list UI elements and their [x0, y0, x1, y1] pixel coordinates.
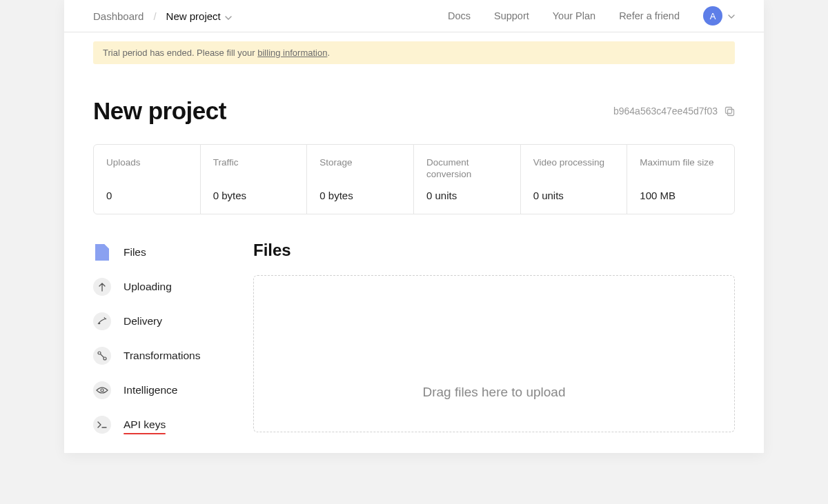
file-dropzone[interactable]: Drag files here to upload: [253, 275, 735, 432]
sidebar-item-files[interactable]: Files: [93, 243, 231, 261]
stat-video-processing: Video processing 0 units: [521, 145, 628, 214]
page-title: New project: [93, 97, 226, 125]
sidebar-item-api-keys[interactable]: API keys: [93, 416, 231, 434]
sidebar-item-uploading[interactable]: Uploading: [93, 278, 231, 296]
section-title: Files: [253, 241, 735, 260]
stat-value: 0: [106, 190, 189, 201]
sidebar-item-label: Intelligence: [124, 384, 177, 396]
svg-point-3: [98, 352, 101, 354]
stat-label: Storage: [319, 157, 402, 181]
stat-value: 100 MB: [640, 190, 723, 201]
stat-uploads: Uploads 0: [94, 145, 201, 214]
project-id: b964a563c47ee45d7f03: [613, 105, 735, 117]
stat-document-conversion: Document conversion 0 units: [414, 145, 521, 214]
breadcrumb-project-selector[interactable]: New project: [166, 10, 232, 22]
avatar: A: [703, 6, 722, 26]
trial-ended-notice: Trial period has ended. Please fill your…: [93, 41, 735, 64]
transformations-icon: [93, 347, 111, 365]
user-menu[interactable]: A: [703, 6, 735, 26]
stats-grid: Uploads 0 Traffic 0 bytes Storage 0 byte…: [93, 144, 735, 214]
breadcrumb-dashboard[interactable]: Dashboard: [93, 10, 144, 22]
title-row: New project b964a563c47ee45d7f03: [93, 97, 735, 125]
sidebar-item-intelligence[interactable]: Intelligence: [93, 381, 231, 399]
project-id-value: b964a563c47ee45d7f03: [613, 105, 718, 117]
sidebar-item-label: API keys: [124, 419, 166, 431]
stat-max-file-size: Maximum file size 100 MB: [627, 145, 734, 214]
copy-icon[interactable]: [724, 106, 735, 117]
nav-your-plan[interactable]: Your Plan: [553, 10, 595, 21]
stat-value: 0 units: [426, 190, 509, 201]
stat-label: Document conversion: [426, 157, 509, 181]
main-panel: Files Drag files here to upload: [253, 241, 735, 434]
stat-value: 0 bytes: [213, 190, 296, 201]
dropzone-text: Drag files here to upload: [422, 385, 565, 400]
sidebar-item-label: Transformations: [124, 350, 200, 362]
terminal-icon: [93, 416, 111, 434]
nav-links: Docs Support Your Plan Refer a friend A: [448, 6, 735, 26]
notice-suffix: .: [327, 48, 330, 58]
nav-refer-a-friend[interactable]: Refer a friend: [619, 10, 680, 21]
stat-storage: Storage 0 bytes: [307, 145, 414, 214]
stat-traffic: Traffic 0 bytes: [201, 145, 308, 214]
delivery-icon: [93, 312, 111, 330]
svg-rect-0: [728, 109, 734, 115]
chevron-down-icon: [728, 11, 735, 21]
billing-information-link[interactable]: billing information: [257, 48, 327, 58]
stat-label: Maximum file size: [640, 157, 723, 181]
breadcrumb-project-label: New project: [166, 10, 221, 22]
svg-rect-1: [726, 107, 732, 113]
sidebar-item-label: Uploading: [124, 281, 172, 293]
stat-label: Traffic: [213, 157, 296, 181]
notice-prefix: Trial period has ended. Please fill your: [103, 48, 257, 58]
svg-point-4: [103, 357, 106, 360]
stat-label: Uploads: [106, 157, 189, 181]
stat-label: Video processing: [533, 157, 616, 181]
nav-docs[interactable]: Docs: [448, 10, 471, 21]
svg-point-2: [99, 323, 101, 325]
lower-layout: Files Uploading Delivery: [93, 241, 735, 434]
app-window: Dashboard / New project Docs Support You…: [64, 0, 764, 453]
sidebar-item-delivery[interactable]: Delivery: [93, 312, 231, 330]
stat-value: 0 bytes: [319, 190, 402, 201]
sidebar-item-transformations[interactable]: Transformations: [93, 347, 231, 365]
eye-icon: [93, 381, 111, 399]
nav-support[interactable]: Support: [494, 10, 529, 21]
chevron-down-icon: [225, 10, 232, 22]
stat-value: 0 units: [533, 190, 616, 201]
breadcrumb: Dashboard / New project: [93, 10, 232, 22]
breadcrumb-separator: /: [153, 10, 156, 22]
svg-point-5: [101, 389, 103, 392]
sidebar-item-label: Delivery: [124, 315, 162, 327]
top-bar: Dashboard / New project Docs Support You…: [64, 0, 764, 32]
upload-icon: [93, 278, 111, 296]
sidebar-item-label: Files: [124, 246, 146, 259]
file-icon: [93, 243, 111, 261]
sidebar: Files Uploading Delivery: [93, 241, 231, 434]
